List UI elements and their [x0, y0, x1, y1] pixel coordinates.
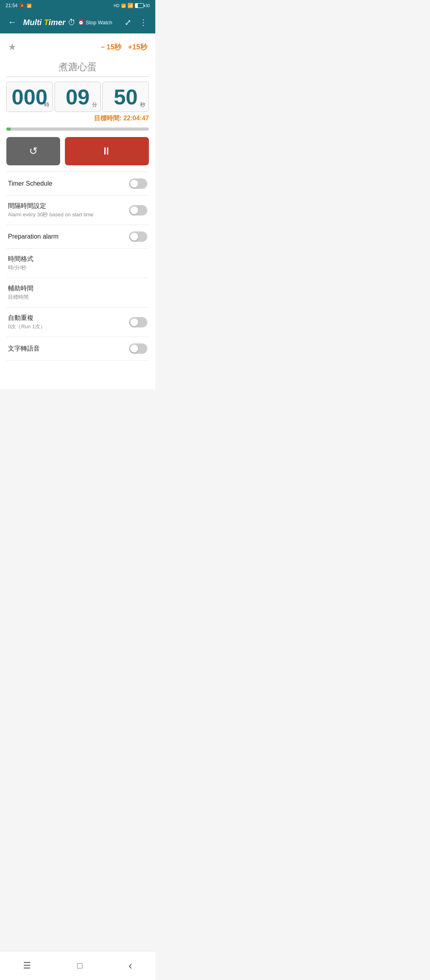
battery-level: 30: [145, 4, 150, 8]
status-time: 21:54: [6, 3, 18, 8]
control-buttons: ↺ ⏸: [6, 137, 149, 165]
setting-sublabel-1: Alarm every 30秒 based on start time: [8, 211, 94, 218]
hd-label: HD: [113, 4, 119, 8]
progress-bar: [6, 127, 149, 131]
app-title: Multi Timer ⏱ ⏰ Stop Watch: [23, 18, 118, 27]
setting-row-tts: 文字轉語音: [6, 337, 149, 361]
top-row: ★ －15秒 +15秒: [6, 38, 149, 56]
setting-label-6: 文字轉語音: [8, 345, 40, 353]
plus-15-button[interactable]: +15秒: [128, 42, 147, 52]
main-content: ★ －15秒 +15秒 煮溏心蛋 000 時 09 分 50 秒 目標時間: 2…: [0, 33, 155, 389]
alarm-icon: ⏰: [78, 20, 84, 25]
minus-15-button[interactable]: －15秒: [99, 42, 121, 52]
wifi-icon: 📶: [127, 3, 133, 8]
pause-button[interactable]: ⏸: [65, 137, 149, 165]
setting-sublabel-4: 目標時間: [8, 294, 33, 301]
setting-sublabel-5: 0次（Run 1次）: [8, 323, 45, 330]
status-bar: 21:54 🔕 📶 HD 📶 📶 30: [0, 0, 155, 11]
setting-label-group-2: Preparation alarm: [8, 233, 59, 240]
signal-icon: 🔕: [19, 3, 25, 8]
seconds-unit[interactable]: 50 秒: [102, 82, 149, 112]
favorite-button[interactable]: ★: [8, 41, 17, 53]
setting-label-5: 自動重複: [8, 314, 45, 322]
setting-label-group-0: Timer Schedule: [8, 180, 52, 187]
setting-label-group-5: 自動重複 0次（Run 1次）: [8, 314, 45, 330]
stopwatch-text: Stop Watch: [86, 20, 112, 25]
setting-label-group-6: 文字轉語音: [8, 345, 40, 353]
timer-display: 000 時 09 分 50 秒: [6, 82, 149, 112]
toggle-tts[interactable]: [129, 343, 147, 354]
minutes-label: 分: [92, 101, 97, 108]
stopwatch-label: ⏰ Stop Watch: [78, 20, 112, 25]
toggle-preparation[interactable]: [129, 231, 147, 242]
setting-label-group-3: 時間格式 時/分/秒: [8, 255, 33, 271]
setting-row-auto-repeat: 自動重複 0次（Run 1次）: [6, 308, 149, 337]
seconds-label: 秒: [140, 101, 145, 108]
setting-row-time-format[interactable]: 時間格式 時/分/秒: [6, 249, 149, 278]
pause-icon: ⏸: [101, 145, 113, 157]
toggle-knob-1: [130, 206, 138, 214]
target-prefix: 目標時間:: [94, 115, 121, 122]
setting-label-4: 輔助時間: [8, 284, 33, 293]
setting-label-3: 時間格式: [8, 255, 33, 263]
back-button[interactable]: ←: [5, 14, 20, 31]
signal-bars: 📶: [121, 4, 126, 8]
progress-bar-fill: [6, 127, 11, 131]
setting-sublabel-3: 時/分/秒: [8, 264, 33, 271]
setting-label-group-1: 間隔時間設定 Alarm every 30秒 based on start ti…: [8, 202, 94, 218]
timer-clock-icon: ⏱: [68, 18, 76, 27]
more-button[interactable]: ⋮: [136, 14, 150, 30]
time-adjust: －15秒 +15秒: [99, 42, 147, 52]
setting-row-aux-time[interactable]: 輔助時間 目標時間: [6, 278, 149, 308]
toggle-auto-repeat[interactable]: [129, 317, 147, 327]
target-time: 目標時間: 22:04:47: [6, 114, 149, 123]
app-bar: ← Multi Timer ⏱ ⏰ Stop Watch ⤢ ⋮: [0, 11, 155, 33]
reset-icon: ↺: [29, 145, 38, 157]
setting-label-0: Timer Schedule: [8, 180, 52, 187]
toggle-knob-6: [130, 345, 138, 353]
toggle-knob-5: [130, 318, 138, 326]
setting-row-timer-schedule: Timer Schedule: [6, 172, 149, 196]
hours-unit[interactable]: 000 時: [6, 82, 53, 112]
setting-label-1: 間隔時間設定: [8, 202, 94, 210]
hours-label: 時: [44, 101, 49, 108]
toggle-timer-schedule[interactable]: [129, 178, 147, 189]
expand-button[interactable]: ⤢: [121, 14, 135, 30]
battery-icon: [135, 3, 144, 8]
data-icon: 📶: [27, 4, 31, 8]
app-bar-actions: ⤢ ⋮: [121, 14, 150, 30]
setting-label-2: Preparation alarm: [8, 233, 59, 240]
minutes-unit[interactable]: 09 分: [55, 82, 101, 112]
setting-row-interval: 間隔時間設定 Alarm every 30秒 based on start ti…: [6, 196, 149, 225]
app-title-text: Multi Timer: [23, 18, 65, 27]
setting-row-preparation: Preparation alarm: [6, 225, 149, 249]
reset-button[interactable]: ↺: [6, 137, 60, 165]
status-right: HD 📶 📶 30: [113, 3, 150, 8]
toggle-knob-2: [130, 233, 138, 241]
toggle-interval[interactable]: [129, 205, 147, 216]
timer-name[interactable]: 煮溏心蛋: [6, 61, 149, 77]
setting-label-group-4: 輔助時間 目標時間: [8, 284, 33, 301]
bottom-spacer: [6, 361, 149, 384]
settings-list: Timer Schedule 間隔時間設定 Alarm every 30秒 ba…: [6, 172, 149, 361]
toggle-knob-0: [130, 180, 138, 188]
status-left: 21:54 🔕 📶: [6, 3, 31, 8]
target-time-value: 22:04:47: [123, 115, 149, 122]
